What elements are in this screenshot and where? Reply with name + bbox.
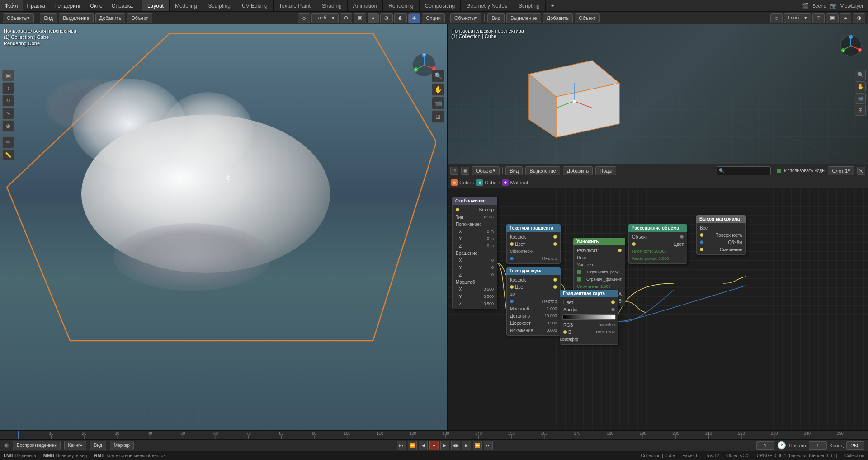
node-mapping[interactable]: Отображение Вектор Тип Точка Положение:: [452, 197, 497, 309]
tab-geometry-nodes[interactable]: Geometry Nodes: [461, 0, 513, 11]
ne-slot-btn[interactable]: Слот 1 ▾: [828, 166, 854, 175]
viewlayer-name[interactable]: ViewLayer: [840, 3, 863, 9]
ne-add-btn[interactable]: Добавить: [563, 166, 593, 175]
timeline-clock[interactable]: 🕐: [777, 441, 786, 450]
node-material-output[interactable]: Выход материала Все Поверхность Объём: [696, 215, 746, 255]
shading-material-btn[interactable]: ◑: [380, 13, 393, 23]
tab-shading[interactable]: Shading: [316, 0, 348, 11]
viewport-shading-btn[interactable]: ○: [298, 13, 310, 23]
tab-sculpting[interactable]: Sculpting: [203, 0, 236, 11]
r-shading-material-btn[interactable]: ◑: [853, 13, 865, 23]
pan-tool-btn[interactable]: ✋: [432, 83, 444, 96]
jump-end-btn[interactable]: ⏭: [484, 441, 493, 450]
end-frame-input[interactable]: 250: [846, 441, 864, 450]
right-add-menu[interactable]: Добавить: [543, 13, 573, 23]
ne-settings-icon[interactable]: [857, 167, 865, 175]
menu-file[interactable]: Файл: [0, 0, 23, 11]
right-axis-gizmo[interactable]: Z X Y: [839, 33, 863, 58]
camera-btn[interactable]: 📹: [432, 97, 444, 109]
breadcrumb-cube2[interactable]: Cube: [485, 180, 496, 185]
rotate-btn[interactable]: ↻: [2, 95, 14, 107]
ne-select-btn[interactable]: Выделение: [525, 166, 560, 175]
r-global-btn[interactable]: Глоб... ▾: [784, 13, 811, 23]
shading-render-btn[interactable]: ◐: [394, 13, 407, 23]
breadcrumb-material[interactable]: Material: [510, 180, 528, 185]
play-btn[interactable]: ▶: [440, 441, 449, 450]
scene-name[interactable]: Scene: [812, 3, 826, 9]
menu-window[interactable]: Окно: [85, 0, 107, 11]
options-btn[interactable]: Опции: [422, 13, 445, 23]
tab-scripting[interactable]: Scripting: [513, 0, 546, 11]
next-frame-btn[interactable]: ⏩: [473, 441, 482, 450]
frames-ruler[interactable]: 10 20 30 40 50 60 70 80 90 100 110 120 1…: [0, 430, 868, 439]
transform-btn[interactable]: ⊕: [2, 120, 14, 132]
use-nodes-checkbox[interactable]: [777, 169, 781, 173]
prev-frame-btn[interactable]: ⏪: [408, 441, 417, 450]
move-btn[interactable]: ↕: [2, 82, 14, 94]
mix-clamp-r-cb[interactable]: [577, 270, 581, 274]
node-search[interactable]: 🔍: [717, 166, 771, 175]
prev-keyframe-btn[interactable]: ◀: [419, 441, 428, 450]
tab-texture-paint[interactable]: Texture Paint: [274, 0, 316, 11]
r-shading-btn[interactable]: ○: [770, 13, 782, 23]
measure-btn[interactable]: 📏: [2, 149, 14, 161]
shading-rendered-btn[interactable]: ◈: [408, 13, 420, 23]
add-menu[interactable]: Добавить: [95, 13, 126, 23]
quad-view-btn[interactable]: ⊞: [432, 110, 444, 123]
timeline-view-btn[interactable]: Вид: [90, 441, 106, 450]
left-viewport[interactable]: Пользовательская перспектива (1) Collect…: [0, 24, 448, 451]
node-object-dropdown[interactable]: Объект ▾: [472, 166, 500, 175]
r-shading-solid-btn[interactable]: ●: [840, 13, 851, 23]
r-cam-btn[interactable]: 📹: [855, 93, 866, 104]
scale-btn[interactable]: ⤡: [2, 108, 14, 119]
menu-help[interactable]: Справка: [107, 0, 137, 11]
overlay-btn[interactable]: ⊙: [340, 13, 352, 23]
tab-animation[interactable]: Animation: [348, 0, 383, 11]
menu-edit[interactable]: Правка: [23, 0, 50, 11]
start-frame-input[interactable]: 1: [809, 441, 827, 450]
r-zoom-btn[interactable]: 🔍: [855, 70, 866, 80]
right-object-mode-dropdown[interactable]: Объекты ▾: [450, 13, 481, 23]
node-type-icon[interactable]: ◉: [461, 167, 469, 175]
select-box-btn[interactable]: ▣: [2, 70, 14, 81]
right-object-menu[interactable]: Объект: [575, 13, 599, 23]
zoom-tool-btn[interactable]: 🔍: [432, 70, 444, 82]
keying-btn[interactable]: Кеинг ▾: [64, 441, 86, 450]
tab-modeling[interactable]: Modeling: [170, 0, 203, 11]
tab-layout[interactable]: Layout: [142, 0, 170, 11]
r-overlay-btn[interactable]: ⊙: [812, 13, 825, 23]
shading-solid-btn[interactable]: ●: [368, 13, 379, 23]
marker-btn[interactable]: Маркер: [110, 441, 134, 450]
object-menu[interactable]: Объект: [127, 13, 152, 23]
r-quad-btn[interactable]: ⊞: [855, 105, 866, 116]
breadcrumb-cube1[interactable]: Cube: [459, 180, 471, 185]
annotate-btn[interactable]: ✏: [2, 136, 14, 148]
next-keyframe-btn[interactable]: ▶: [462, 441, 471, 450]
tab-add[interactable]: +: [546, 0, 560, 11]
right-view-menu[interactable]: Вид: [487, 13, 505, 23]
menu-render[interactable]: Рендеринг: [50, 0, 85, 11]
ne-view-btn[interactable]: Вид: [505, 166, 523, 175]
play-reverse-btn[interactable]: ◀▶: [451, 441, 460, 450]
select-menu[interactable]: Выделение: [59, 13, 93, 23]
record-btn[interactable]: ●: [429, 441, 439, 450]
object-mode-dropdown[interactable]: Объекты ▾: [3, 13, 34, 23]
tab-rendering[interactable]: Rendering: [383, 0, 419, 11]
right-select-menu[interactable]: Выделение: [506, 13, 541, 23]
node-colorramp[interactable]: Градиентная карта Цвет Альфа: [560, 290, 618, 345]
r-xray-btn[interactable]: ▣: [826, 13, 839, 23]
node-noise-texture[interactable]: Текстура шума Коэфф. Цвет 3D: [506, 267, 561, 336]
playback-btn[interactable]: Воспроизведение ▾: [13, 441, 61, 450]
node-gradient-texture[interactable]: Текстура градиента Коэфф. Цвет Сферич: [506, 224, 561, 264]
xray-btn[interactable]: ▣: [354, 13, 366, 23]
view-menu[interactable]: Вид: [40, 13, 57, 23]
ne-node-btn[interactable]: Ноды: [595, 166, 616, 175]
jump-start-btn[interactable]: ⏮: [397, 441, 406, 450]
tab-compositing[interactable]: Compositing: [420, 0, 461, 11]
right-viewport[interactable]: Пользовательская перспектива (1) Collect…: [448, 24, 868, 164]
current-frame-input[interactable]: 1: [756, 441, 774, 450]
node-volume-scatter[interactable]: Рассеивание объёма Объект Цвет Плотность…: [628, 224, 687, 264]
tab-uv-editing[interactable]: UV Editing: [236, 0, 274, 11]
global-local-btn[interactable]: Глоб... ▾: [311, 13, 339, 23]
node-editor-menu-icon[interactable]: ⊡: [450, 167, 458, 175]
